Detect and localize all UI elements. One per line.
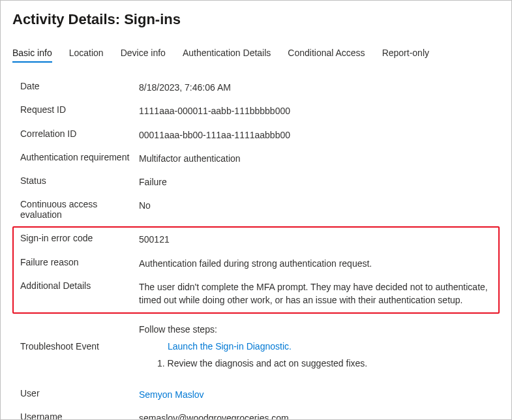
field-label: Sign-in error code	[20, 233, 139, 243]
tab-basic-info[interactable]: Basic info	[12, 48, 52, 62]
tab-bar: Basic info Location Device info Authenti…	[12, 48, 500, 63]
field-failure-reason: Failure reason Authentication failed dur…	[14, 252, 498, 275]
field-date: Date 8/18/2023, 7:46:06 AM	[12, 76, 500, 99]
field-label: Username	[20, 412, 139, 420]
tab-location[interactable]: Location	[69, 48, 104, 62]
field-additional-details: Additional Details The user didn't compl…	[14, 275, 498, 312]
field-request-id: Request ID 1111aaa-000011-aabb-111bbbbb0…	[12, 99, 500, 123]
field-label: Date	[20, 81, 139, 91]
troubleshoot-step-1: 1. Review the diagnosis and act on sugge…	[139, 358, 493, 368]
field-value: No	[139, 199, 493, 212]
basic-info-fields: Date 8/18/2023, 7:46:06 AM Request ID 11…	[12, 76, 500, 420]
field-label: Correlation ID	[20, 128, 139, 139]
field-value: The user didn't complete the MFA prompt.…	[139, 280, 492, 307]
field-value: 500121	[139, 233, 492, 246]
field-value: 00011aaa-bb00-111aa-1111aabbb00	[139, 128, 493, 142]
tab-authentication-details[interactable]: Authentication Details	[183, 48, 271, 62]
field-value: 8/18/2023, 7:46:06 AM	[139, 81, 493, 94]
field-label: Request ID	[20, 104, 139, 115]
field-troubleshoot: Troubleshoot Event Follow these steps: L…	[12, 322, 500, 378]
field-correlation-id: Correlation ID 00011aaa-bb00-111aa-1111a…	[12, 123, 500, 147]
field-cae: Continuous access evaluation No	[12, 194, 500, 225]
field-label: Troubleshoot Event	[20, 341, 139, 352]
error-highlight-box: Sign-in error code 500121 Failure reason…	[12, 226, 500, 313]
field-label: Continuous access evaluation	[20, 199, 139, 220]
field-label: User	[20, 388, 139, 398]
field-label: Additional Details	[20, 280, 139, 291]
field-status: Status Failure	[12, 170, 500, 194]
launch-diagnostic-link[interactable]: Launch the Sign-in Diagnostic.	[168, 341, 292, 352]
tab-conditional-access[interactable]: Conditional Access	[288, 48, 365, 62]
field-value: 1111aaa-000011-aabb-111bbbbb000	[139, 104, 493, 117]
page-title: Activity Details: Sign-ins	[12, 11, 500, 28]
field-value: Multifactor authentication	[139, 152, 493, 165]
field-username: Username semaslov@woodgrovegroceries.com	[12, 406, 500, 420]
field-value: semaslov@woodgrovegroceries.com	[139, 412, 493, 420]
field-label: Status	[20, 175, 139, 186]
tab-report-only[interactable]: Report-only	[382, 48, 429, 62]
field-label: Failure reason	[20, 257, 139, 267]
field-value: Failure	[139, 175, 493, 188]
field-value: Authentication failed during strong auth…	[139, 257, 492, 270]
troubleshoot-content: Follow these steps: Launch the Sign-in D…	[139, 324, 493, 368]
user-link[interactable]: Semyon Maslov	[139, 389, 204, 400]
field-user: User Semyon Maslov	[12, 383, 500, 406]
field-label: Authentication requirement	[20, 152, 139, 162]
field-error-code: Sign-in error code 500121	[14, 228, 498, 251]
activity-details-panel: Activity Details: Sign-ins Basic info Lo…	[0, 0, 512, 420]
troubleshoot-lead: Follow these steps:	[139, 324, 493, 335]
field-value: Semyon Maslov	[139, 388, 493, 401]
field-auth-requirement: Authentication requirement Multifactor a…	[12, 147, 500, 170]
tab-device-info[interactable]: Device info	[121, 48, 166, 62]
